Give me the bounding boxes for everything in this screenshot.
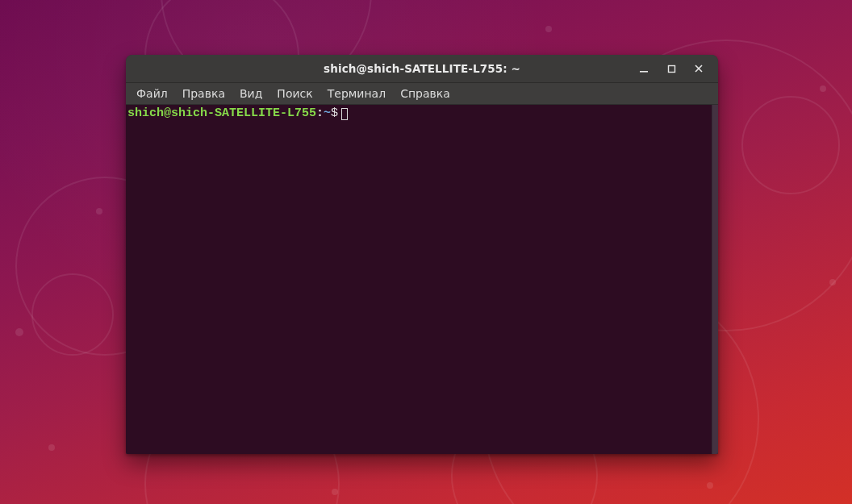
svg-point-11: [545, 26, 552, 32]
minimize-icon: [639, 64, 649, 73]
menu-edit[interactable]: Правка: [175, 85, 232, 102]
svg-point-14: [707, 482, 713, 489]
menu-view[interactable]: Вид: [232, 85, 269, 102]
maximize-icon: [667, 65, 676, 73]
menu-file[interactable]: Файл: [129, 85, 175, 102]
prompt-symbol: $: [331, 106, 338, 120]
terminal-scrollbar[interactable]: [712, 105, 718, 454]
window-titlebar[interactable]: shich@shich-SATELLITE-L755: ~: [126, 55, 718, 83]
minimize-button[interactable]: [636, 60, 652, 77]
terminal-body-wrap: shich@shich-SATELLITE-L755:~$: [126, 105, 718, 454]
menubar: Файл Правка Вид Поиск Терминал Справка: [126, 83, 718, 105]
terminal-output[interactable]: shich@shich-SATELLITE-L755:~$: [126, 105, 712, 454]
menu-terminal[interactable]: Терминал: [320, 85, 393, 102]
maximize-button[interactable]: [663, 60, 679, 77]
menu-help[interactable]: Справка: [393, 85, 457, 102]
svg-rect-18: [668, 65, 674, 72]
svg-rect-17: [640, 71, 648, 73]
desktop-wallpaper: shich@shich-SATELLITE-L755: ~: [0, 0, 852, 504]
svg-point-12: [820, 85, 826, 92]
close-button[interactable]: [691, 60, 707, 77]
svg-point-10: [15, 328, 23, 336]
svg-point-15: [332, 489, 338, 495]
prompt-path: ~: [324, 106, 331, 120]
terminal-cursor: [341, 108, 348, 120]
svg-point-13: [829, 279, 836, 285]
svg-point-9: [96, 208, 102, 215]
close-icon: [694, 64, 704, 73]
svg-point-3: [32, 274, 113, 355]
svg-point-16: [48, 444, 55, 451]
window-title: shich@shich-SATELLITE-L755: ~: [126, 62, 718, 75]
prompt-user-host: shich@shich-SATELLITE-L755: [127, 106, 316, 120]
menu-search[interactable]: Поиск: [269, 85, 320, 102]
svg-point-5: [742, 97, 839, 194]
terminal-window: shich@shich-SATELLITE-L755: ~: [126, 55, 718, 454]
prompt-colon: :: [316, 106, 324, 120]
window-controls: [636, 55, 713, 82]
